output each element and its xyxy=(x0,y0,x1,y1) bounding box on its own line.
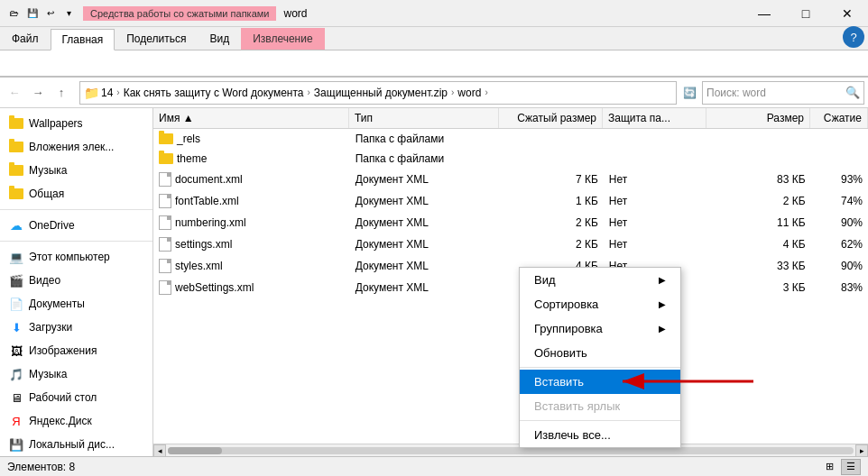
tab-extract[interactable]: Извлечение xyxy=(241,28,324,50)
close-button[interactable]: ✕ xyxy=(826,0,868,27)
ctx-item-paste[interactable]: Вставить xyxy=(520,370,680,394)
addr-crumb-1[interactable]: 14 › xyxy=(99,87,122,99)
sidebar-item-thispc[interactable]: 💻 Этот компьютер xyxy=(0,245,152,269)
scroll-track[interactable] xyxy=(168,447,854,454)
sidebar-item-local-disk[interactable]: 💾 Локальный дис... xyxy=(0,433,152,456)
file-compressed: 2 КБ xyxy=(500,236,604,252)
file-size: 11 КБ xyxy=(707,215,811,231)
drive-icon: 💾 xyxy=(7,435,25,453)
documents-icon: 📄 xyxy=(7,295,25,313)
main-area: Wallpapers Вложения элек... Музыка Общая… xyxy=(0,108,868,456)
col-header-type[interactable]: Тип xyxy=(349,108,499,128)
addr-folder-icon: 📁 xyxy=(84,86,99,100)
tab-view[interactable]: Вид xyxy=(198,28,241,50)
file-row[interactable]: settings.xml Документ XML 2 КБ Нет 4 КБ … xyxy=(153,233,868,255)
file-protection: Нет xyxy=(604,215,707,231)
file-ratio: 90% xyxy=(811,215,868,231)
file-name: fontTable.xml xyxy=(153,192,350,210)
file-row[interactable]: _rels Папка с файлами xyxy=(153,129,868,149)
refresh-button[interactable]: 🔄 xyxy=(679,81,700,105)
dropdown-quick-icon[interactable]: ▾ xyxy=(61,6,76,21)
file-size: 3 КБ xyxy=(707,279,811,296)
col-header-name[interactable]: Имя ▲ xyxy=(153,108,349,128)
file-size xyxy=(707,157,811,160)
file-header: Имя ▲ Тип Сжатый размер Защита па... Раз… xyxy=(153,108,868,129)
file-type: Документ XML xyxy=(350,171,500,188)
scroll-left-btn[interactable]: ◂ xyxy=(153,444,166,457)
ctx-item-group[interactable]: Группировка ▶ xyxy=(520,316,680,341)
ctx-item-sort[interactable]: Сортировка ▶ xyxy=(520,292,680,316)
help-button[interactable]: ? xyxy=(843,26,864,48)
sidebar-item-documents[interactable]: 📄 Документы xyxy=(0,292,152,316)
folder-icon xyxy=(159,153,173,164)
file-row[interactable]: styles.xml Документ XML 4 КБ Нет 33 КБ 9… xyxy=(153,255,868,277)
maximize-button[interactable]: □ xyxy=(785,0,826,27)
tab-home[interactable]: Главная xyxy=(51,29,115,50)
folder-icon xyxy=(7,138,25,156)
sidebar-item-onedrive[interactable]: ☁ OneDrive xyxy=(0,214,152,237)
file-protection: Нет xyxy=(604,171,707,188)
music-icon: 🎵 xyxy=(7,365,25,383)
file-row[interactable]: theme Папка с файлами xyxy=(153,149,868,169)
file-name: styles.xml xyxy=(153,257,350,275)
search-input[interactable] xyxy=(706,87,845,99)
minimize-button[interactable]: — xyxy=(743,0,785,27)
file-protection: Нет xyxy=(604,193,707,209)
file-row[interactable]: fontTable.xml Документ XML 1 КБ Нет 2 КБ… xyxy=(153,190,868,212)
file-protection: Нет xyxy=(604,236,707,252)
file-type: Папка с файлами xyxy=(350,151,500,167)
item-count: Элементов: 8 xyxy=(7,461,75,473)
col-header-compressed[interactable]: Сжатый размер xyxy=(499,108,603,128)
folder-icon xyxy=(159,133,173,144)
file-row[interactable]: document.xml Документ XML 7 КБ Нет 83 КБ… xyxy=(153,169,868,190)
file-row[interactable]: numbering.xml Документ XML 2 КБ Нет 11 К… xyxy=(153,212,868,233)
scroll-thumb[interactable] xyxy=(168,447,222,454)
addr-crumb-2[interactable]: Как снять защиту с Word документа › xyxy=(122,87,312,99)
file-compressed xyxy=(500,157,604,160)
xml-file-icon xyxy=(159,172,171,187)
sidebar-item-desktop[interactable]: 🖥 Рабочий стол xyxy=(0,386,152,409)
sidebar-item-wallpapers[interactable]: Wallpapers xyxy=(0,112,152,135)
view-large-icons[interactable]: ⊞ xyxy=(819,459,839,475)
sidebar-item-downloads[interactable]: ⬇ Загрузки xyxy=(0,316,152,339)
sidebar-item-images[interactable]: 🖼 Изображения xyxy=(0,339,152,362)
xml-file-icon xyxy=(159,194,171,208)
search-bar[interactable]: 🔍 xyxy=(702,81,864,105)
address-bar[interactable]: 📁 14 › Как снять защиту с Word документа… xyxy=(79,81,677,105)
quick-save-icon[interactable]: 💾 xyxy=(25,6,40,21)
horizontal-scrollbar[interactable]: ◂ ▸ xyxy=(153,444,868,456)
ctx-item-view[interactable]: Вид ▶ xyxy=(520,268,680,292)
undo-icon[interactable]: ↩ xyxy=(43,6,58,21)
view-details[interactable]: ☰ xyxy=(841,459,861,475)
file-ratio xyxy=(811,157,868,160)
back-button[interactable]: ← xyxy=(4,81,25,105)
sidebar-item-music1[interactable]: Музыка xyxy=(0,159,152,182)
ctx-item-refresh[interactable]: Обновить xyxy=(520,341,680,365)
tab-file[interactable]: Файл xyxy=(0,28,51,50)
file-compressed: 1 КБ xyxy=(500,193,604,209)
sidebar-item-attachments[interactable]: Вложения элек... xyxy=(0,135,152,159)
scroll-right-btn[interactable]: ▸ xyxy=(855,444,868,457)
up-button[interactable]: ↑ xyxy=(51,81,72,105)
addr-crumb-4[interactable]: word › xyxy=(456,87,489,99)
file-ratio: 62% xyxy=(811,236,868,252)
sidebar-item-yandex[interactable]: Я Яндекс.Диск xyxy=(0,409,152,433)
file-ratio xyxy=(811,137,868,141)
sidebar-item-music2[interactable]: 🎵 Музыка xyxy=(0,362,152,386)
ctx-item-extract[interactable]: Извлечь все... xyxy=(520,423,680,447)
forward-button[interactable]: → xyxy=(27,81,49,105)
file-name: theme xyxy=(153,151,350,167)
sidebar-item-video[interactable]: 🎬 Видео xyxy=(0,269,152,292)
file-row[interactable]: webSettings.xml Документ XML 1 КБ Нет 3 … xyxy=(153,277,868,298)
file-size xyxy=(707,137,811,141)
sidebar-item-general[interactable]: Общая xyxy=(0,182,152,206)
sidebar: Wallpapers Вложения элек... Музыка Общая… xyxy=(0,108,153,456)
submenu-arrow: ▶ xyxy=(659,275,666,285)
tab-share[interactable]: Поделиться xyxy=(115,28,198,50)
addr-crumb-3[interactable]: Защищенный документ.zip › xyxy=(312,87,457,99)
col-header-protection[interactable]: Защита па... xyxy=(603,108,706,128)
col-header-size[interactable]: Размер xyxy=(706,108,810,128)
file-compressed xyxy=(500,137,604,141)
col-header-ratio[interactable]: Сжатие xyxy=(810,108,868,128)
search-icon: 🔍 xyxy=(845,86,860,99)
